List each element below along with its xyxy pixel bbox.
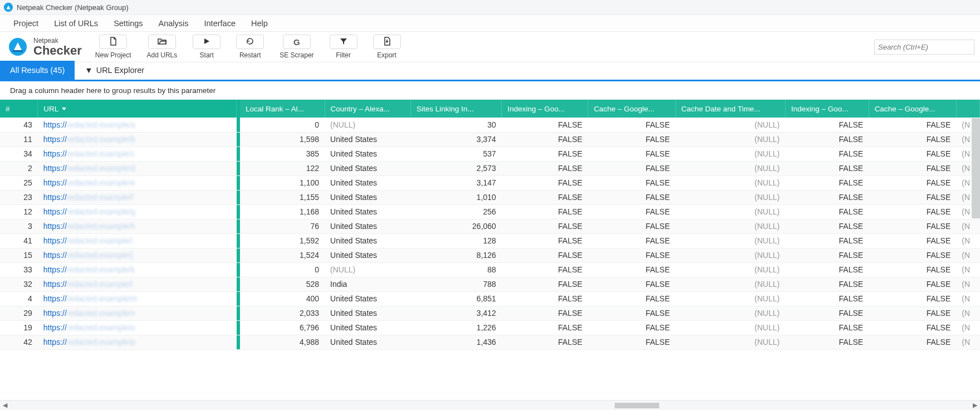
table-cell: (NULL) [675,175,785,190]
col-idx[interactable]: # [0,100,38,118]
table-row[interactable]: 29https://redacted.example/n2,033United … [0,306,980,320]
brand-text: Netpeak Checker [33,37,82,57]
scroll-thumb[interactable] [615,403,659,408]
table-cell: 19 [0,320,38,335]
table-cell: FALSE [869,277,956,291]
table-cell: United States [325,161,410,175]
menu-help[interactable]: Help [243,17,276,30]
search-input[interactable] [878,43,971,51]
table-row[interactable]: 15https://redacted.example/j1,524United … [0,248,980,262]
table-row[interactable]: 12https://redacted.example/g1,168United … [0,204,980,219]
table-cell: FALSE [588,190,675,204]
table-cell: FALSE [785,233,869,248]
vertical-scrollbar[interactable] [972,118,980,218]
table-cell: FALSE [502,132,588,147]
table-cell: FALSE [588,118,675,132]
col-sites-in[interactable]: Sites Linking In... [410,100,501,118]
table-cell: United States [325,190,410,204]
toolbar-new-project[interactable]: New Project [95,35,131,59]
table-cell: United States [325,219,410,233]
tab-all-results[interactable]: All Results (45) [0,61,75,80]
toolbar-se-scraper[interactable]: G SE Scraper [280,35,313,59]
toolbar-label: SE Scraper [280,51,313,59]
table-row[interactable]: 34https://redacted.example/c385United St… [0,147,980,161]
toolbar-add-urls[interactable]: Add URLs [147,35,178,59]
table-row[interactable]: 2https://redacted.example/d122United Sta… [0,161,980,175]
table-cell: FALSE [502,248,588,262]
play-icon [203,37,210,47]
horizontal-scrollbar[interactable]: ◀ ▶ [0,400,980,410]
table-cell: https://redacted.example/o [38,320,237,335]
col-overflow[interactable] [956,100,979,118]
table-cell: (NULL) [675,161,785,175]
toolbar-label: Start [200,51,214,59]
table-cell: FALSE [869,204,956,219]
table-cell: FALSE [502,161,588,175]
table-cell: 1,524 [240,248,325,262]
scroll-right-arrow-icon[interactable]: ▶ [970,402,980,409]
table-cell: FALSE [785,219,869,233]
table-cell: 256 [410,204,501,219]
table-row[interactable]: 4https://redacted.example/m400United Sta… [0,291,980,306]
table-row[interactable]: 41https://redacted.example/i1,592United … [0,233,980,248]
toolbar-start[interactable]: Start [193,35,220,59]
table-row[interactable]: 42https://redacted.example/p4,988United … [0,335,980,349]
table-cell: 88 [410,262,501,277]
table-cell: United States [325,291,410,306]
table-row[interactable]: 19https://redacted.example/o6,796United … [0,320,980,335]
col-cache-2[interactable]: Cache – Google... [869,100,956,118]
menu-interface[interactable]: Interface [197,17,243,30]
table-cell: (NULL) [675,147,785,161]
tab-url-explorer[interactable]: ▼ URL Explorer [75,61,154,80]
col-cache-date[interactable]: Cache Date and Time... [675,100,785,118]
table-cell: (N [956,262,979,277]
tool-bar: Netpeak Checker New Project Add URLs Sta… [0,32,980,62]
menu-settings[interactable]: Settings [106,17,150,30]
menu-analysis[interactable]: Analysis [151,17,197,30]
table-cell: 34 [0,147,38,161]
table-cell: FALSE [588,277,675,291]
table-cell: (NULL) [325,262,410,277]
table-cell: United States [325,132,410,147]
table-cell: (NULL) [325,118,410,132]
table-cell: FALSE [588,147,675,161]
table-cell: 1,436 [410,335,501,349]
table-cell: https://redacted.example/p [38,335,237,349]
table-cell: 1,100 [240,175,325,190]
table-row[interactable]: 23https://redacted.example/f1,155United … [0,190,980,204]
menu-list-urls[interactable]: List of URLs [46,17,106,30]
table-header-row: # URL Local Rank – Al... Country – Alexa… [0,100,980,118]
refresh-icon [246,37,254,47]
table-cell: (N [956,335,979,349]
table-cell: FALSE [785,306,869,320]
group-by-strip[interactable]: Drag a column header here to group resul… [0,81,980,100]
col-indexing-2[interactable]: Indexing – Goo... [785,100,869,118]
col-cache-1[interactable]: Cache – Google... [588,100,675,118]
search-box[interactable] [874,40,974,55]
scroll-left-arrow-icon[interactable]: ◀ [0,402,10,409]
toolbar-label: Export [377,51,396,59]
col-indexing-1[interactable]: Indexing – Goo... [502,100,588,118]
table-cell: (NULL) [675,335,785,349]
table-cell: FALSE [588,204,675,219]
table-row[interactable]: 11https://redacted.example/b1,598United … [0,132,980,147]
table-cell: (NULL) [675,190,785,204]
toolbar-filter[interactable]: Filter [330,35,357,59]
table-cell: (N [956,219,979,233]
table-cell: 0 [240,262,325,277]
table-row[interactable]: 43https://redacted.example/a0(NULL)30FAL… [0,118,980,132]
table-row[interactable]: 32https://redacted.example/l528India788F… [0,277,980,291]
table-cell: FALSE [588,161,675,175]
toolbar-restart[interactable]: Restart [236,35,264,59]
brand-logo-icon [8,37,28,57]
col-local-rank[interactable]: Local Rank – Al... [240,100,325,118]
toolbar-export[interactable]: Export [373,35,401,59]
menu-project[interactable]: Project [6,17,46,30]
col-url[interactable]: URL [38,100,237,118]
col-country[interactable]: Country – Alexa... [325,100,410,118]
table-row[interactable]: 25https://redacted.example/e1,100United … [0,175,980,190]
scroll-track[interactable] [10,403,970,408]
table-row[interactable]: 33https://redacted.example/k0(NULL)88FAL… [0,262,980,277]
table-row[interactable]: 3https://redacted.example/h76United Stat… [0,219,980,233]
table-cell: United States [325,248,410,262]
